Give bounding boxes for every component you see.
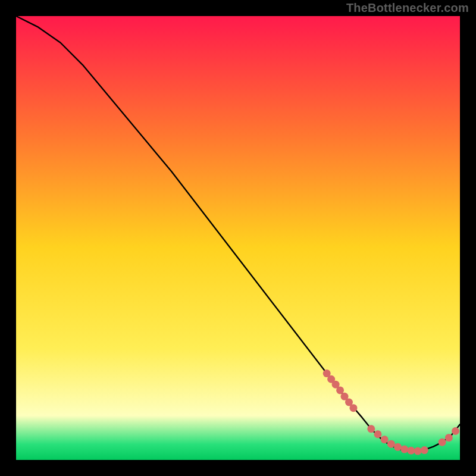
data-marker [421,446,428,454]
data-marker [445,434,453,441]
data-marker [374,430,381,438]
data-marker [452,427,459,435]
data-marker [439,439,446,446]
data-marker [407,447,415,455]
data-marker [400,446,408,453]
data-marker [349,404,357,412]
chart-plot-area [16,16,460,460]
data-marker [381,436,389,443]
data-marker [336,386,344,394]
data-marker [414,447,422,455]
chart-svg [16,16,460,460]
watermark-text: TheBottlenecker.com [346,1,469,15]
data-marker [367,425,375,433]
data-marker [394,443,402,451]
gradient-background [16,16,460,460]
data-marker [387,440,395,448]
chart-frame: TheBottlenecker.com [0,0,476,476]
